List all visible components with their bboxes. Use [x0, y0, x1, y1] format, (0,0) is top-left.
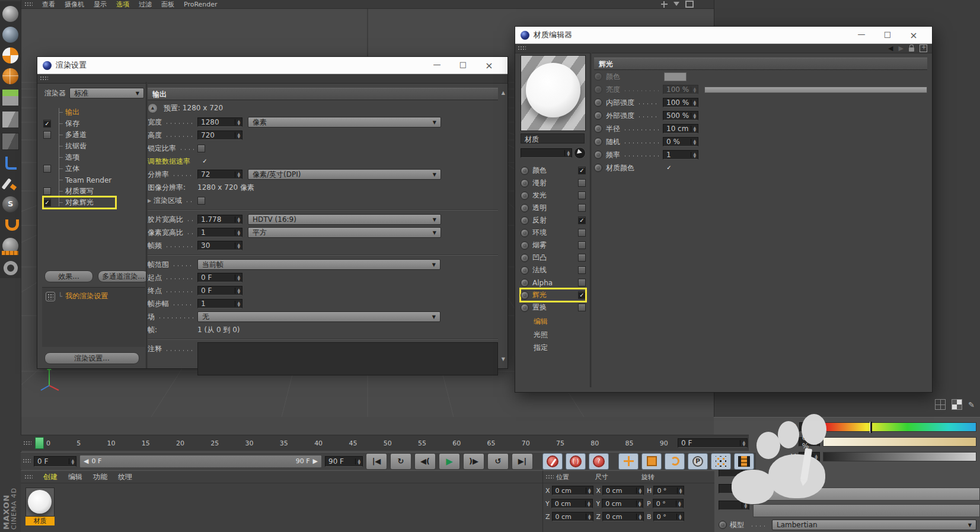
save-checkbox[interactable] — [43, 120, 51, 128]
close-button[interactable]: × — [476, 60, 502, 71]
material-editor-titlebar[interactable]: 材质编辑器 — □ × — [515, 27, 932, 44]
minimize-button[interactable]: — — [424, 60, 450, 71]
channel-alpha[interactable]: Alpha — [521, 276, 586, 289]
pixel-aspect-dropdown[interactable]: 平方 — [248, 227, 441, 238]
channel-checkbox[interactable] — [578, 167, 586, 174]
expander-icon[interactable]: ▶ — [148, 198, 154, 203]
render-settings-button[interactable]: 渲染设置... — [44, 352, 139, 364]
magnet-tool-icon[interactable] — [2, 217, 18, 233]
channel-luminance[interactable]: 发光 — [521, 189, 586, 202]
object-glow-checkbox[interactable] — [43, 199, 51, 206]
channel-radio[interactable] — [521, 291, 529, 300]
channel-radio[interactable] — [521, 229, 529, 237]
channel-checkbox[interactable] — [578, 254, 586, 262]
spinner-icon[interactable] — [691, 100, 697, 106]
renderer-dropdown[interactable]: 标准 — [69, 88, 144, 98]
param-radio[interactable] — [594, 151, 602, 159]
render-settings-titlebar[interactable]: 渲染设置 — □ × — [37, 57, 507, 74]
pencil-icon[interactable]: ✎ — [968, 400, 975, 409]
record-pla-button[interactable] — [711, 453, 731, 470]
record-scale-button[interactable] — [641, 453, 662, 470]
mode-assign[interactable]: 指定 — [521, 341, 586, 354]
channel-checkbox[interactable] — [578, 266, 586, 274]
spinner-icon[interactable] — [636, 501, 643, 506]
material-preview[interactable] — [521, 55, 586, 131]
channel-glow[interactable]: 辉光 — [521, 289, 586, 301]
rot-p-input[interactable]: 0 ° — [653, 499, 684, 508]
channel-radio[interactable] — [521, 304, 529, 312]
play-backwards-button[interactable]: ↺ — [487, 453, 509, 470]
pos-z-input[interactable]: 0 cm — [552, 512, 593, 521]
frame-rate-input[interactable]: 30 — [197, 241, 242, 250]
channel-radio[interactable] — [521, 204, 529, 212]
array-tool-icon[interactable] — [2, 238, 18, 254]
spinner-icon[interactable] — [235, 119, 241, 125]
drag-handle-icon[interactable] — [23, 458, 31, 464]
timeline-ticks[interactable]: 05 1015 2025 3035 4045 5055 6065 7075 80… — [45, 439, 678, 447]
scrubber-left-arrow-icon[interactable]: ◀ — [84, 457, 88, 465]
saturation-slider[interactable] — [823, 437, 976, 447]
radius-input[interactable]: 10 cm — [663, 124, 698, 133]
sphere-s-tool-icon[interactable] — [2, 196, 18, 212]
start-input[interactable]: 0 F — [197, 273, 242, 282]
preset-icon[interactable] — [148, 103, 158, 113]
spinner-icon[interactable] — [586, 488, 592, 493]
spinner-icon[interactable] — [691, 113, 697, 119]
spinner-icon[interactable] — [355, 458, 362, 464]
menu-item-view[interactable]: 查看 — [42, 0, 55, 9]
pixel-aspect-input[interactable]: 1 — [197, 228, 242, 237]
knife-tool-icon[interactable] — [2, 176, 18, 192]
current-frame-marker[interactable] — [35, 437, 44, 449]
instance-cube-icon[interactable] — [2, 133, 19, 150]
primitive-cube-icon[interactable] — [2, 111, 19, 128]
render-region-checkbox[interactable] — [197, 197, 205, 205]
brightness-slider[interactable] — [704, 87, 927, 93]
size-x-input[interactable]: 0 cm — [602, 486, 644, 495]
menu-item-prorender[interactable]: ProRender — [184, 1, 218, 8]
inner-strength-input[interactable]: 100 % — [663, 98, 698, 107]
play-button[interactable]: ▶ — [439, 453, 460, 470]
model-ball-tool-icon[interactable] — [2, 27, 18, 43]
material-color-checkbox[interactable] — [665, 164, 673, 172]
spinner-icon[interactable] — [636, 514, 643, 520]
next-key-button[interactable]: )▶ — [463, 453, 484, 470]
spinner-icon[interactable] — [235, 243, 241, 249]
material-name-field[interactable]: 材质 — [521, 133, 585, 144]
palette-grip[interactable]: ◀ ▶ — [515, 44, 932, 53]
adjust-data-rate-checkbox[interactable] — [201, 158, 209, 165]
mode-edit[interactable]: 编辑 — [521, 315, 586, 328]
menu-create[interactable]: 创建 — [43, 472, 58, 482]
layout-grid-icon[interactable] — [935, 399, 946, 410]
drag-handle-icon[interactable] — [24, 2, 33, 7]
channel-checkbox[interactable] — [578, 304, 586, 311]
nav-item-save[interactable]: 保存 — [43, 118, 144, 129]
param-radio[interactable] — [594, 98, 602, 107]
frame-range-dropdown[interactable]: 当前帧 — [197, 259, 440, 270]
preset-row[interactable]: 预置: 1280 x 720 — [148, 100, 498, 116]
nav-item-teamrender[interactable]: Team Render — [43, 174, 144, 186]
random-input[interactable]: 0 % — [663, 137, 698, 146]
render-preview-button[interactable] — [734, 453, 754, 470]
material-sphere-tool-icon[interactable] — [2, 68, 18, 84]
channel-transparency[interactable]: 透明 — [521, 202, 586, 214]
torus-tool-icon[interactable] — [2, 259, 18, 275]
gradient-bar-2[interactable] — [753, 504, 980, 517]
spinner-icon[interactable] — [235, 132, 241, 138]
nav-item-object-glow[interactable]: 对象辉光 — [43, 197, 116, 208]
channel-normal[interactable]: 法线 — [521, 264, 586, 276]
channel-radio[interactable] — [521, 192, 529, 200]
menu-edit[interactable]: 编辑 — [68, 472, 82, 482]
end-input[interactable]: 0 F — [197, 286, 242, 295]
previous-key-button[interactable]: ◀( — [414, 453, 436, 470]
width-input[interactable]: 1280 — [197, 117, 242, 127]
resolution-unit-dropdown[interactable]: 像素/英寸(DPI) — [248, 169, 441, 180]
minimize-button[interactable]: — — [848, 30, 874, 41]
go-to-end-button[interactable]: ▶| — [512, 453, 533, 470]
primitive-cube-green-icon[interactable] — [2, 89, 19, 106]
nav-item-antialias[interactable]: 抗锯齿 — [43, 141, 144, 152]
drag-handle-icon[interactable] — [23, 441, 31, 446]
channel-bump[interactable]: 凹凸 — [521, 251, 586, 264]
palette-grip[interactable] — [37, 74, 507, 84]
channel-checkbox[interactable] — [578, 204, 586, 212]
loop-button[interactable]: ↻ — [390, 453, 411, 470]
